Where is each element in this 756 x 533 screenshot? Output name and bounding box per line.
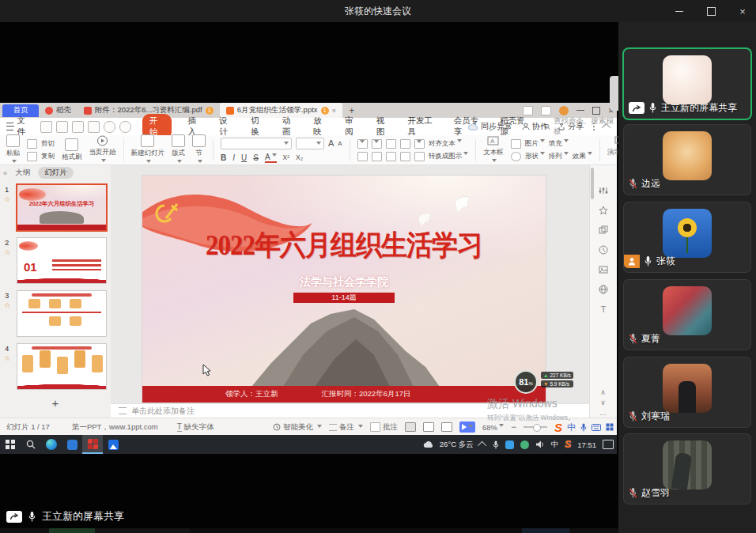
beautify-star-icon[interactable] (599, 206, 608, 215)
outline-tab[interactable]: 大纲 (15, 168, 30, 178)
justify-icon[interactable] (400, 152, 410, 161)
subscript-button[interactable]: X₂ (296, 153, 303, 161)
slides-tab[interactable]: 幻灯片 (38, 167, 74, 179)
superscript-button[interactable]: X² (283, 153, 290, 161)
slide-nav-controls[interactable]: ∧∨… (589, 387, 617, 418)
decrease-font-button[interactable]: A (338, 140, 342, 147)
start-button[interactable] (0, 435, 21, 454)
italic-button[interactable]: I (232, 153, 235, 162)
play-from-current-button[interactable]: 当页开始 (89, 135, 116, 164)
layout-button[interactable]: 版式 (172, 134, 185, 165)
missing-font-warning[interactable]: T 缺失字体 (177, 422, 214, 433)
timer-icon[interactable] (599, 245, 608, 255)
close-button[interactable]: × (735, 4, 750, 18)
textbox-button[interactable]: A 文本框 (483, 135, 504, 164)
numbering-icon[interactable] (372, 139, 382, 149)
print-icon[interactable] (72, 121, 84, 133)
share-button[interactable]: 分享 (558, 121, 584, 132)
comments-button[interactable]: 批注 (370, 422, 398, 433)
bullets-icon[interactable] (357, 139, 368, 149)
account-avatar[interactable] (559, 106, 569, 115)
participant-tile[interactable]: 刘寒瑞 (624, 357, 750, 427)
participant-tile[interactable]: 王立新的屏幕共享 (624, 49, 750, 119)
align-left-icon[interactable] (357, 152, 368, 161)
cut-button[interactable]: 剪切 (27, 139, 55, 149)
ribbon-tab-slideshow[interactable]: 放映 (313, 115, 328, 138)
maximize-button[interactable] (704, 4, 718, 18)
web-resource-icon[interactable] (599, 285, 608, 294)
wps-tab-daoke[interactable]: 稻壳 (39, 103, 77, 118)
tray-meeting-icon[interactable] (505, 440, 514, 449)
object-properties-icon[interactable] (599, 186, 608, 195)
tray-security-icon[interactable] (520, 440, 529, 449)
zoom-slider[interactable] (524, 426, 547, 428)
material-library-icon[interactable] (599, 225, 608, 235)
image-library-icon[interactable] (599, 265, 608, 274)
slide-thumbnail-3[interactable] (17, 291, 106, 336)
taskbar-app-blue[interactable] (62, 435, 82, 454)
apps-grid-icon[interactable] (541, 106, 551, 115)
collaborate-button[interactable]: 协作 (522, 121, 548, 132)
sidebar-collapse-handle[interactable] (610, 76, 618, 111)
align-right-icon[interactable] (386, 152, 396, 161)
action-center-icon[interactable] (603, 440, 614, 449)
undo-icon[interactable] (104, 121, 115, 133)
taskbar-clock[interactable]: 17:51 (577, 440, 596, 449)
align-text-button[interactable]: 对齐文本 (429, 139, 462, 149)
zoom-out-button[interactable]: − (511, 421, 516, 433)
strikethrough-button[interactable]: S (253, 153, 259, 162)
fill-button[interactable]: 填充 (549, 139, 569, 149)
line-spacing-icon[interactable] (414, 139, 425, 149)
wps-minimize-button[interactable] (576, 110, 584, 111)
ime-keyboard-icon[interactable] (592, 424, 601, 431)
zoom-level[interactable]: 68% (482, 423, 504, 432)
indent-decrease-icon[interactable] (386, 139, 396, 149)
ime-mic-icon[interactable] (580, 423, 587, 432)
slide-thumbnail-row[interactable]: 1 ☆ 2022年六月组织生活学习 (0, 185, 111, 230)
font-family-select[interactable] (221, 138, 292, 149)
picture-button[interactable]: 图片 (525, 139, 545, 149)
wps-restore-button[interactable] (592, 107, 600, 115)
ime-mode-chinese[interactable]: 中 (567, 421, 576, 433)
smart-beautify-button[interactable]: 智能美化 (273, 422, 322, 433)
taskbar-search-button[interactable] (21, 435, 41, 454)
sogou-logo[interactable]: S (554, 421, 562, 434)
ribbon-tab-design[interactable]: 设计 (219, 115, 234, 138)
slide-thumbnail-row[interactable]: 4 ☆ (0, 344, 111, 389)
effect-button[interactable]: 效果 (573, 152, 592, 161)
panel-collapse-button[interactable]: « (3, 168, 7, 177)
increase-font-button[interactable]: A (328, 138, 334, 148)
ribbon-tab-devtools[interactable]: 开发工具 (407, 115, 437, 138)
slide-thumbnail-row[interactable]: 2 ☆ 01 (0, 238, 111, 283)
participant-tile[interactable]: 张筱 (624, 202, 750, 272)
slide-thumbnail-4[interactable] (17, 344, 106, 389)
tray-expand-icon[interactable] (478, 441, 486, 450)
slide-thumbnail-row[interactable]: 3 ☆ (0, 291, 111, 336)
text-tool-icon[interactable]: T (601, 304, 607, 314)
normal-view-button[interactable] (405, 422, 416, 432)
collapse-ribbon-icon[interactable] (602, 123, 610, 132)
sync-status[interactable]: 同步异常 (468, 121, 512, 132)
ribbon-tab-review[interactable]: 审阅 (345, 115, 360, 138)
indent-increase-icon[interactable] (400, 139, 410, 149)
save-icon[interactable] (56, 121, 68, 133)
ribbon-tab-animation[interactable]: 动画 (282, 115, 297, 138)
columns-icon[interactable] (414, 152, 425, 161)
font-color-button[interactable]: A (265, 153, 277, 163)
paste-button[interactable]: 粘贴 (6, 134, 20, 165)
tray-mic-icon[interactable] (493, 440, 499, 449)
shape-button[interactable]: 形状 (525, 152, 545, 161)
network-monitor-overlay[interactable]: 81% ▲227 KB/s ▼5.9 KB/s (514, 370, 573, 394)
format-painter-button[interactable]: 格式刷 (62, 138, 82, 162)
align-center-icon[interactable] (372, 152, 382, 161)
new-file-icon[interactable] (40, 121, 52, 133)
copy-button[interactable]: 复制 (27, 152, 55, 161)
zoom-slider-knob[interactable] (533, 424, 541, 432)
notes-bar[interactable]: 单击此处添加备注 (111, 403, 589, 418)
slide-thumbnail-1[interactable]: 2022年六月组织生活学习 (17, 185, 106, 230)
bold-button[interactable]: B (221, 153, 226, 162)
convert-to-diagram-button[interactable]: 转换成图示 (429, 152, 469, 161)
slide-sorter-view-button[interactable] (423, 422, 434, 432)
font-size-select[interactable] (296, 138, 324, 149)
section-button[interactable]: 节 (192, 134, 206, 165)
